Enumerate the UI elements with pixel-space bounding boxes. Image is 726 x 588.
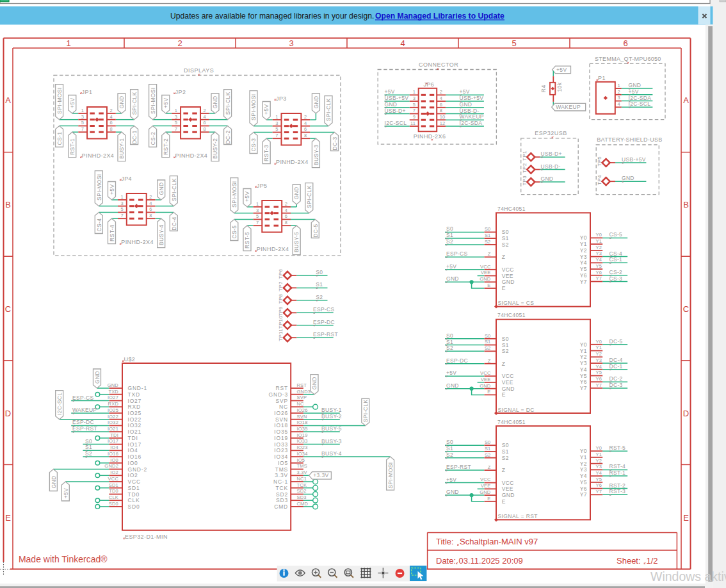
svg-text:S0: S0 [446,332,453,339]
svg-text:BUSY-3: BUSY-3 [313,145,319,165]
svg-text:S0: S0 [85,438,92,445]
svg-text:8: 8 [149,213,152,218]
svg-text:ESP-CS: ESP-CS [446,250,467,257]
svg-text:SPI-MOSI: SPI-MOSI [56,87,63,113]
svg-text:USB-D+: USB-D+ [385,108,406,114]
svg-text:ESP32USB: ESP32USB [535,130,567,136]
svg-text:IO2: IO2 [110,470,118,475]
svg-text:Y0: Y0 [596,339,602,345]
svg-text:2: 2 [149,194,152,200]
svg-text:WAKEUP: WAKEUP [460,113,484,120]
svg-text:DISPLAYS: DISPLAYS [184,67,214,74]
svg-text:Y7: Y7 [596,382,602,388]
svg-text:Y3: Y3 [596,357,602,363]
svg-text:4: 4 [440,95,442,101]
svg-text:5: 5 [512,38,516,48]
svg-text:6: 6 [304,126,307,132]
svg-text:Y2: Y2 [580,354,587,360]
svg-text:IO0: IO0 [110,457,118,463]
svg-text:1: 1 [81,108,84,113]
svg-text:4: 4 [149,200,152,206]
svg-text:S2: S2 [502,455,509,461]
svg-text:+5V: +5V [446,263,456,270]
svg-text:USB-D+: USB-D+ [541,151,562,157]
svg-text:CS-3: CS-3 [609,275,623,282]
svg-text:3: 3 [120,200,123,206]
svg-text:Y6: Y6 [596,376,602,382]
svg-text:S2: S2 [446,345,453,351]
svg-text:DC-5: DC-5 [609,338,623,345]
svg-text:+5V: +5V [385,88,395,95]
svg-text:Y6: Y6 [580,272,587,279]
svg-text:GND: GND [446,275,459,282]
svg-text:GND: GND [158,182,165,195]
svg-text:S0: S0 [502,336,509,342]
svg-text:IO17: IO17 [108,438,118,444]
svg-text:DC-3: DC-3 [332,136,338,150]
svg-text:03.11.2025 20:09: 03.11.2025 20:09 [459,556,523,566]
svg-text:8: 8 [204,126,206,132]
svg-text:2: 2 [285,201,287,207]
svg-text:7: 7 [275,133,278,138]
svg-text:TDI: TDI [128,435,138,441]
svg-text:2: 2 [304,114,307,120]
svg-text:NC1: NC1 [297,476,307,482]
svg-text:10k: 10k [556,82,563,92]
svg-text:S0: S0 [446,225,453,232]
svg-text:GND: GND [313,95,319,108]
svg-text:6: 6 [110,120,113,126]
svg-text:VCC: VCC [502,480,514,486]
svg-text:Y2: Y2 [580,461,587,467]
svg-text:GND: GND [385,101,398,108]
svg-text:Date:: Date: [436,556,456,566]
svg-text:Z: Z [502,361,506,367]
svg-text:BATTERY-SHIELD-USB: BATTERY-SHIELD-USB [597,136,662,143]
svg-text:VEE: VEE [481,483,491,489]
svg-text:TCK: TCK [276,485,288,491]
svg-text:S1: S1 [446,445,453,452]
svg-text:IO5: IO5 [278,460,288,466]
svg-text:IO4: IO4 [110,445,118,450]
svg-text:Y0: Y0 [580,448,587,454]
svg-text:Y7: Y7 [580,385,587,391]
svg-text:+5V: +5V [244,192,250,202]
svg-text:74HC4051: 74HC4051 [497,419,526,425]
svg-text:ESP32-D1-MIN: ESP32-D1-MIN [125,534,168,540]
svg-text:IO23: IO23 [274,447,288,453]
svg-text:S1: S1 [446,232,453,238]
svg-text:IO17: IO17 [128,441,142,448]
svg-text:CS-4: CS-4 [609,250,623,257]
svg-text:Y3: Y3 [580,254,587,260]
svg-text:ESP-CS: ESP-CS [72,395,93,401]
svg-text:7: 7 [256,220,259,225]
svg-text:Z: Z [488,464,491,470]
svg-text:WAKEUP: WAKEUP [72,407,97,413]
svg-text:BUSY-5: BUSY-5 [293,232,300,252]
svg-text:TP5: TP5 [597,156,602,167]
svg-text:RST-5: RST-5 [244,232,250,249]
svg-text:+5V: +5V [63,488,69,499]
svg-text:RST: RST [276,385,288,391]
svg-text:CLK: CLK [128,497,140,503]
svg-text:PINHD-2X4: PINHD-2X4 [257,246,289,252]
svg-text:7: 7 [81,126,84,132]
svg-text:Windows aktivi: Windows aktivi [650,569,726,584]
svg-text:CMD: CMD [297,501,309,507]
svg-text:RST-4: RST-4 [609,463,626,470]
svg-text:3.3V: 3.3V [275,472,288,478]
svg-text:Y5: Y5 [580,373,587,379]
svg-text:SPI-CLK: SPI-CLK [306,185,312,208]
svg-text:Y1: Y1 [596,452,602,457]
svg-text:DC-2: DC-2 [609,375,623,382]
svg-text:ESP-RST: ESP-RST [72,425,97,432]
svg-text:ESP-RST: ESP-RST [446,464,471,470]
svg-text:RST-1: RST-1 [609,470,626,476]
svg-text:Y3: Y3 [596,250,602,256]
svg-text:SD3: SD3 [297,494,307,500]
svg-text:2: 2 [177,38,182,48]
svg-text:SD2: SD2 [276,491,288,498]
svg-text:ESP-DC: ESP-DC [313,319,335,325]
svg-text:PINHD-2X4: PINHD-2X4 [82,152,115,159]
svg-text:SVN: SVN [297,414,307,420]
svg-text:GND: GND [446,382,459,389]
